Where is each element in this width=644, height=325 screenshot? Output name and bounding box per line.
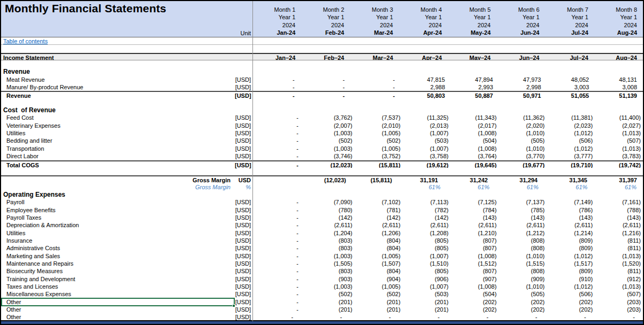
value-cell[interactable]: (15,811): [348, 176, 394, 183]
value-cell[interactable]: (2,611): [595, 221, 643, 229]
value-cell[interactable]: (808): [499, 237, 547, 244]
value-cell[interactable]: 31,294: [494, 176, 543, 183]
value-cell[interactable]: (7,149): [547, 198, 595, 206]
value-cell[interactable]: 50,803: [403, 92, 451, 98]
value-cell[interactable]: -: [303, 92, 353, 98]
value-cell[interactable]: (15,811): [355, 161, 403, 168]
value-cell[interactable]: 2,993: [451, 83, 499, 91]
value-cell[interactable]: (803): [306, 237, 355, 244]
value-cell[interactable]: [349, 183, 398, 191]
row-label-cell[interactable]: Utilities: [1, 129, 235, 137]
value-cell[interactable]: 47,815: [403, 76, 451, 83]
value-cell[interactable]: (805): [403, 237, 451, 244]
value-cell[interactable]: 2,998: [499, 83, 547, 91]
value-cell[interactable]: 51,139: [595, 92, 643, 98]
value-cell[interactable]: (507): [595, 137, 643, 144]
statement-date-cell[interactable]: Aug–24: [594, 54, 643, 60]
value-cell[interactable]: (2,611): [355, 221, 403, 229]
value-cell[interactable]: (1,520): [595, 260, 643, 267]
statement-date-cell[interactable]: Jul–24: [546, 54, 594, 60]
value-cell[interactable]: (1,005): [355, 145, 403, 152]
month-column-header[interactable]: Month 5Year 12024May-24: [448, 1, 496, 37]
value-cell[interactable]: -: [252, 260, 306, 267]
value-cell[interactable]: (11,325): [403, 114, 451, 121]
value-cell[interactable]: -: [252, 92, 303, 98]
statement-date-cell[interactable]: Feb–24: [301, 54, 350, 60]
row-label-cell[interactable]: Bedding and litter: [1, 137, 235, 144]
value-cell[interactable]: (1,005): [355, 252, 403, 260]
row-label-cell[interactable]: Training and Development: [1, 275, 235, 283]
value-cell[interactable]: (203): [595, 306, 643, 313]
row-label-cell[interactable]: Other: [1, 306, 235, 313]
value-cell[interactable]: (809): [547, 267, 595, 275]
unit-cell[interactable]: [USD]: [235, 92, 252, 98]
value-cell[interactable]: (504): [451, 290, 499, 298]
value-cell[interactable]: (1,007): [403, 252, 451, 260]
value-cell[interactable]: (2,010): [355, 122, 403, 129]
value-cell[interactable]: -: [252, 137, 306, 144]
value-cell[interactable]: (143): [451, 214, 499, 221]
value-cell[interactable]: (19,677): [499, 161, 547, 168]
value-cell[interactable]: (11,381): [547, 114, 595, 121]
value-cell[interactable]: (1,212): [499, 229, 547, 237]
value-cell[interactable]: (1,008): [451, 129, 499, 137]
value-cell[interactable]: (1,003): [306, 252, 355, 260]
value-cell[interactable]: (803): [306, 267, 355, 275]
value-cell[interactable]: (12,023): [306, 161, 355, 168]
value-cell[interactable]: -: [252, 283, 306, 290]
value-cell[interactable]: 48,131: [595, 76, 643, 83]
value-cell[interactable]: (2,020): [499, 122, 547, 129]
value-cell[interactable]: (202): [547, 306, 595, 313]
value-cell[interactable]: (1,216): [595, 229, 643, 237]
unit-cell[interactable]: [USD]: [235, 206, 252, 214]
month-column-header[interactable]: Month 6Year 12024Jun-24: [496, 1, 545, 37]
value-cell[interactable]: 61%: [545, 183, 594, 191]
value-cell[interactable]: -: [252, 229, 306, 237]
value-cell[interactable]: -: [252, 129, 306, 137]
unit-cell[interactable]: [USD]: [235, 283, 252, 290]
value-cell[interactable]: -: [353, 76, 403, 83]
value-cell[interactable]: (11,343): [451, 114, 499, 121]
value-cell[interactable]: (903): [306, 275, 355, 283]
unit-cell[interactable]: [USD]: [235, 129, 252, 137]
value-cell[interactable]: (2,611): [547, 221, 595, 229]
value-cell[interactable]: (143): [595, 214, 643, 221]
value-cell[interactable]: (1,008): [451, 145, 499, 152]
value-cell[interactable]: (809): [547, 237, 595, 244]
unit-cell[interactable]: [USD]: [235, 252, 252, 260]
value-cell[interactable]: [252, 176, 302, 183]
unit-cell[interactable]: [USD]: [235, 267, 252, 275]
value-cell[interactable]: (201): [306, 306, 355, 313]
row-label-cell[interactable]: Taxes and Licenses: [1, 283, 235, 290]
unit-cell[interactable]: [USD]: [235, 83, 252, 91]
statement-date-cell[interactable]: May–24: [448, 54, 496, 60]
value-cell[interactable]: (143): [547, 214, 595, 221]
value-cell[interactable]: 31,397: [593, 176, 643, 183]
value-cell[interactable]: (811): [595, 244, 643, 252]
row-label-cell[interactable]: Insurance: [1, 237, 235, 244]
value-cell[interactable]: (3,752): [355, 152, 403, 160]
value-cell[interactable]: (506): [547, 137, 595, 144]
statement-date-cell[interactable]: Jan–24: [252, 54, 301, 60]
value-cell[interactable]: (2,013): [403, 122, 451, 129]
value-cell[interactable]: (907): [451, 275, 499, 283]
row-label-cell[interactable]: Direct Labor: [1, 152, 235, 160]
row-label-cell[interactable]: Administrative Costs: [1, 244, 235, 252]
unit-cell[interactable]: [USD]: [235, 275, 252, 283]
value-cell[interactable]: (2,023): [547, 122, 595, 129]
value-cell[interactable]: -: [252, 122, 306, 129]
value-cell[interactable]: (811): [595, 267, 643, 275]
value-cell[interactable]: (202): [451, 298, 499, 306]
value-cell[interactable]: (780): [306, 206, 355, 214]
unit-cell[interactable]: [USD]: [235, 237, 252, 244]
value-cell[interactable]: (7,113): [403, 198, 451, 206]
value-cell[interactable]: (3,746): [306, 152, 355, 160]
unit-cell[interactable]: [USD]: [235, 221, 252, 229]
value-cell[interactable]: (1,510): [403, 260, 451, 267]
value-cell[interactable]: -: [252, 237, 306, 244]
row-label-cell[interactable]: Gross Margin: [1, 183, 235, 191]
value-cell[interactable]: (1,507): [355, 260, 403, 267]
value-cell[interactable]: (807): [451, 267, 499, 275]
value-cell[interactable]: (503): [403, 137, 451, 144]
value-cell[interactable]: (3,777): [547, 152, 595, 160]
